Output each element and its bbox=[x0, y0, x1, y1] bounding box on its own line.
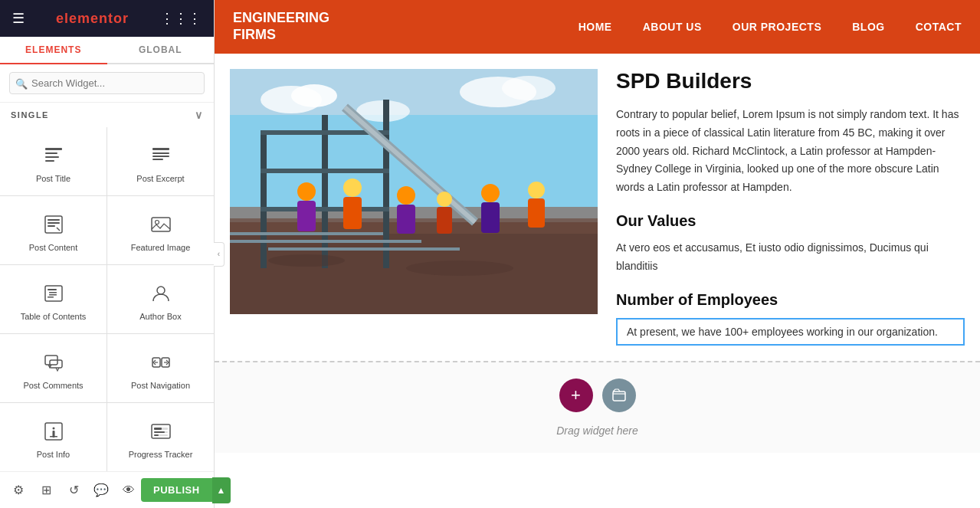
top-nav: ENGINEERING FIRMS HOME ABOUT US OUR PROJ… bbox=[215, 0, 980, 54]
category-text: SINGLE bbox=[11, 110, 49, 120]
add-widget-button[interactable]: + bbox=[559, 379, 593, 412]
svg-point-44 bbox=[502, 76, 556, 100]
content-row: SPD Builders Contrary to popular belief,… bbox=[215, 54, 980, 346]
svg-point-20 bbox=[157, 287, 165, 294]
svg-rect-64 bbox=[481, 202, 500, 233]
table-of-contents-icon bbox=[43, 283, 64, 307]
category-label[interactable]: SINGLE ∨ bbox=[0, 103, 214, 127]
search-icon: 🔍 bbox=[15, 77, 28, 89]
sidebar-bottom: ⚙ ⊞ ↺ 💬 👁 PUBLISH ▲ bbox=[0, 471, 214, 508]
tab-elements[interactable]: ELEMENTS bbox=[0, 37, 107, 64]
widget-table-of-contents-label: Table of Contents bbox=[21, 312, 87, 321]
svg-point-70 bbox=[268, 254, 345, 267]
tab-global[interactable]: GLOBAL bbox=[107, 37, 215, 63]
employees-heading: Number of Employees bbox=[616, 291, 965, 309]
widgets-grid: Post Title Post Excerpt bbox=[0, 127, 214, 471]
svg-point-28 bbox=[52, 427, 54, 429]
featured-image-preview bbox=[230, 69, 598, 314]
content-body: Contrary to popular belief, Lorem Ipsum … bbox=[616, 106, 965, 197]
svg-point-57 bbox=[343, 179, 362, 197]
widget-table-of-contents[interactable]: Table of Contents bbox=[0, 265, 107, 333]
svg-rect-4 bbox=[152, 148, 169, 150]
svg-rect-1 bbox=[45, 152, 57, 154]
svg-rect-19 bbox=[48, 297, 54, 298]
svg-rect-22 bbox=[50, 360, 62, 368]
employees-text: At present, we have 100+ employees worki… bbox=[616, 318, 965, 346]
add-template-button[interactable] bbox=[602, 379, 636, 412]
progress-tracker-icon bbox=[150, 421, 172, 445]
svg-rect-11 bbox=[48, 225, 55, 227]
nav-contact[interactable]: COTACT bbox=[916, 21, 962, 33]
apps-icon[interactable]: ⋮⋮⋮ bbox=[160, 10, 202, 27]
widget-author-box-label: Author Box bbox=[139, 312, 181, 321]
settings-icon[interactable]: ⚙ bbox=[6, 478, 31, 503]
widget-post-title[interactable]: Post Title bbox=[0, 127, 107, 195]
svg-rect-72 bbox=[613, 392, 625, 401]
widget-post-info[interactable]: Post Info bbox=[0, 403, 107, 471]
drag-area: + Drag widget here bbox=[215, 361, 980, 453]
widget-post-content[interactable]: Post Content bbox=[0, 196, 107, 264]
widget-post-navigation[interactable]: Post Navigation bbox=[107, 334, 214, 402]
post-info-icon bbox=[43, 421, 64, 445]
svg-point-63 bbox=[481, 184, 500, 202]
hamburger-icon[interactable]: ☰ bbox=[12, 10, 25, 27]
comments-icon[interactable]: 💬 bbox=[89, 478, 113, 503]
site-brand: ENGINEERING FIRMS bbox=[233, 10, 329, 43]
page-content: SPD Builders Contrary to popular belief,… bbox=[215, 54, 980, 508]
svg-rect-3 bbox=[45, 160, 54, 162]
search-input[interactable] bbox=[9, 72, 205, 94]
nav-home[interactable]: HOME bbox=[578, 21, 612, 33]
svg-rect-9 bbox=[48, 219, 60, 221]
widget-featured-image[interactable]: Featured Image bbox=[107, 196, 214, 264]
svg-point-14 bbox=[155, 220, 159, 224]
svg-rect-37 bbox=[154, 434, 159, 436]
nav-our-projects[interactable]: OUR PROJECTS bbox=[733, 21, 821, 33]
layers-icon[interactable]: ⊞ bbox=[34, 478, 58, 503]
svg-rect-18 bbox=[49, 294, 57, 296]
history-icon[interactable]: ↺ bbox=[61, 478, 86, 503]
widget-post-comments[interactable]: Post Comments bbox=[0, 334, 107, 402]
post-navigation-icon bbox=[150, 352, 172, 376]
nav-blog[interactable]: BLOG bbox=[852, 21, 884, 33]
main-content: ENGINEERING FIRMS HOME ABOUT US OUR PROJ… bbox=[215, 0, 980, 508]
publish-button[interactable]: PUBLISH bbox=[141, 478, 212, 502]
svg-rect-5 bbox=[152, 152, 169, 154]
widget-progress-tracker[interactable]: Progress Tracker bbox=[107, 403, 214, 471]
bottom-icons: ⚙ ⊞ ↺ 💬 👁 bbox=[6, 478, 141, 503]
post-comments-icon bbox=[43, 352, 64, 376]
featured-image-icon bbox=[150, 214, 172, 238]
svg-rect-52 bbox=[261, 207, 389, 211]
widget-post-content-label: Post Content bbox=[29, 243, 78, 252]
search-box: 🔍 bbox=[0, 64, 214, 103]
widget-post-info-label: Post Info bbox=[37, 450, 70, 459]
svg-rect-33 bbox=[154, 428, 162, 430]
post-excerpt-icon bbox=[150, 145, 172, 169]
widget-post-excerpt[interactable]: Post Excerpt bbox=[107, 127, 214, 195]
drag-buttons: + bbox=[559, 379, 636, 412]
svg-point-65 bbox=[528, 182, 545, 198]
svg-rect-0 bbox=[45, 148, 62, 150]
publish-arrow-button[interactable]: ▲ bbox=[212, 477, 231, 503]
svg-point-71 bbox=[406, 261, 513, 276]
svg-rect-7 bbox=[152, 159, 163, 160]
brand-line1: ENGINEERING bbox=[233, 10, 329, 25]
svg-rect-66 bbox=[528, 198, 545, 228]
nav-about-us[interactable]: ABOUT US bbox=[643, 21, 702, 33]
eye-icon[interactable]: 👁 bbox=[116, 478, 141, 503]
post-content-icon bbox=[43, 214, 64, 238]
svg-rect-51 bbox=[261, 169, 389, 173]
svg-rect-13 bbox=[152, 218, 170, 231]
brand-logo: elementor bbox=[56, 11, 129, 27]
brand-line2: FIRMS bbox=[233, 27, 276, 42]
svg-rect-2 bbox=[45, 156, 59, 158]
svg-line-12 bbox=[57, 228, 60, 231]
values-heading: Our Values bbox=[616, 212, 965, 230]
svg-rect-35 bbox=[154, 431, 165, 433]
svg-rect-30 bbox=[50, 436, 57, 438]
collapse-handle[interactable]: ‹ bbox=[214, 242, 225, 267]
content-text: SPD Builders Contrary to popular belief,… bbox=[598, 69, 965, 346]
sidebar: ☰ elementor ⋮⋮⋮ ELEMENTS GLOBAL 🔍 SINGLE… bbox=[0, 0, 215, 508]
widget-author-box[interactable]: Author Box bbox=[107, 265, 214, 333]
drag-label: Drag widget here bbox=[556, 424, 638, 437]
svg-rect-48 bbox=[322, 115, 328, 268]
